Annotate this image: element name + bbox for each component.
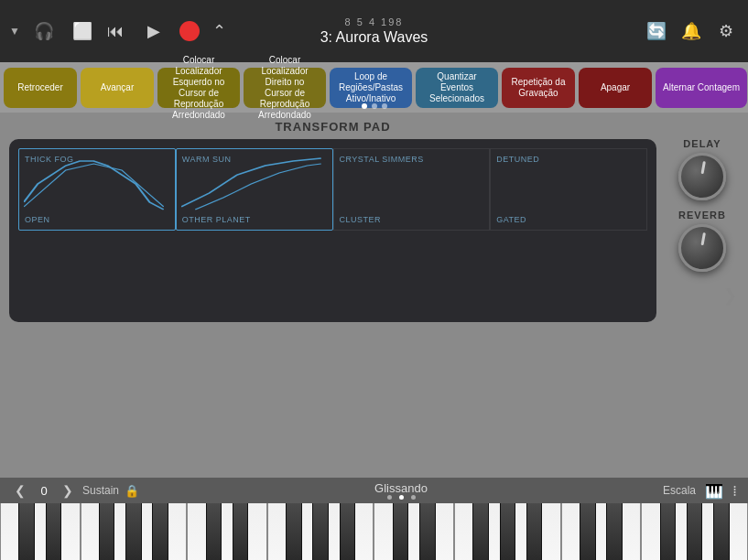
play-icon[interactable]: ▶ [141,18,167,44]
settings-icon[interactable]: ⚙ [713,18,739,44]
black-key-7[interactable] [206,503,222,560]
octave-left-button[interactable]: ❮ [11,481,29,500]
octave-right-button[interactable]: ❯ [59,481,77,500]
black-key-8[interactable] [233,503,249,560]
reverb-label: REVERB [678,210,726,221]
pad-cell-crystal[interactable]: CRYSTAL SIMMERS CLUSTER [333,148,491,231]
headphones-icon[interactable]: 🎧 [31,18,57,44]
delay-group: DELAY [678,138,726,200]
main-area: TRANSFORM PAD THICK FOG OPEN WARM SUN [0,113,748,478]
black-key-22[interactable] [606,503,623,560]
right-arrow-icon[interactable]: ❯ [723,285,737,306]
sustain-label[interactable]: Sustain [82,484,119,497]
record-button[interactable] [179,21,200,41]
pad-cell-detuned[interactable]: DETUNED GATED [490,148,647,231]
glissando-center-group: Glissando [374,481,428,500]
retroceder-button[interactable]: Retroceder [4,68,77,108]
track-name: 3: Aurora Waves [320,29,428,46]
pad-other-planet-label: OTHER PLANET [182,215,251,224]
page-dot-3[interactable] [382,103,387,109]
track-info: 8 5 4 198 3: Aurora Waves [320,16,428,46]
black-key-18[interactable] [500,503,516,560]
sync-icon[interactable]: 🔄 [644,18,669,44]
toolbar: Retroceder Avançar Colocar Localizador E… [0,62,748,113]
localizador-direito-button[interactable]: Colocar Localizador Direito no Cursor de… [244,68,326,108]
black-key-25[interactable] [687,503,703,560]
repeticao-button[interactable]: Repetição da Gravação [502,68,575,108]
top-bar-left: ▼ 🎧 ⬜ ⏮ ▶ ⌃ [9,18,233,44]
glissando-right: Escala 🎹 ⁞ [663,482,737,500]
pad-detuned-label: DETUNED [496,155,539,164]
wave-svg-1 [24,156,164,211]
page-dot-1[interactable] [362,103,367,109]
glissando-left: ❮ 0 ❯ Sustain 🔒 [11,481,139,500]
rewind-icon[interactable]: ⏮ [103,18,128,44]
piano-grid-icon[interactable]: 🎹 [705,482,723,500]
page-dot-2[interactable] [372,103,377,109]
reverb-knob[interactable] [678,224,726,272]
black-key-1[interactable] [46,503,62,560]
glissando-dots [385,495,417,500]
lock-icon[interactable]: 🔒 [125,484,139,498]
black-key-15[interactable] [419,503,436,560]
wave-svg-2 [181,156,321,211]
glissando-dot-3[interactable] [411,495,416,500]
pad-crystal-label: CRYSTAL SIMMERS [340,155,424,164]
pad-gated-label: GATED [496,215,526,224]
pad-cell-warm-sun[interactable]: WARM SUN OTHER PLANET [176,148,333,231]
glissando-label: Glissando [374,481,428,495]
transport-buttons: ⏮ ▶ [103,18,200,44]
delay-knob[interactable] [678,153,726,200]
localizador-esquerdo-button[interactable]: Colocar Localizador Esquerdo no Cursor d… [157,68,240,108]
glissando-dot-1[interactable] [387,495,392,500]
pad-open-label: OPEN [25,215,50,224]
transport-controls: 🎧 ⬜ [31,18,95,44]
transform-pad-title: TRANSFORM PAD [9,120,656,134]
black-key-26[interactable] [713,503,730,560]
glissando-bar: ❮ 0 ❯ Sustain 🔒 Glissando Escala 🎹 ⁞ [0,478,748,503]
black-key-11[interactable] [312,503,329,560]
counter-display: 8 5 4 198 [320,16,428,27]
reverb-group: REVERB [678,210,726,272]
black-key-10[interactable] [286,503,302,560]
screen-icon[interactable]: ⬜ [70,18,95,44]
quantizar-button[interactable]: Quantizar Eventos Selecionados [416,68,498,108]
menu-chevron-icon[interactable]: ▼ [9,25,20,38]
black-key-17[interactable] [472,503,489,560]
black-key-14[interactable] [393,503,409,560]
keyboard-area: C2C3C4C5 [0,503,748,560]
transform-pad: THICK FOG OPEN WARM SUN OTHER PLANET [9,139,656,322]
black-key-24[interactable] [660,503,677,560]
avancar-button[interactable]: Avançar [81,68,154,108]
loop-button[interactable]: Loop de Regiões/Pastas Ativo/Inativo [330,68,412,108]
black-key-0[interactable] [18,503,35,560]
top-bar-right: 🔄 🔔 ⚙ [644,18,739,44]
octave-number: 0 [35,484,53,498]
black-key-4[interactable] [125,503,142,560]
black-key-21[interactable] [580,503,596,560]
dots-icon[interactable]: ⁞ [732,482,737,500]
black-key-12[interactable] [340,503,356,560]
transform-pad-container: TRANSFORM PAD THICK FOG OPEN WARM SUN [9,120,656,470]
pad-cluster-label: CLUSTER [340,215,382,224]
page-dots [362,103,387,109]
top-bar: ▼ 🎧 ⬜ ⏮ ▶ ⌃ 8 5 4 198 3: Aurora Waves 🔄 … [0,0,748,62]
alternar-button[interactable]: Alternar Contagem [656,68,747,108]
pad-cell-thick-fog[interactable]: THICK FOG OPEN [18,148,176,231]
apagar-button[interactable]: Apagar [579,68,652,108]
black-key-19[interactable] [526,503,543,560]
delay-label: DELAY [683,138,721,149]
glissando-dot-2[interactable] [399,495,404,500]
piano-keyboard: C2C3C4C5 [0,503,748,560]
effects-panel: DELAY REVERB ❯ [666,120,739,470]
black-key-3[interactable] [99,503,115,560]
black-key-5[interactable] [152,503,168,560]
metronome-icon[interactable]: 🔔 [678,18,704,44]
caret-icon[interactable]: ⌃ [207,18,233,44]
scala-label[interactable]: Escala [663,484,696,497]
